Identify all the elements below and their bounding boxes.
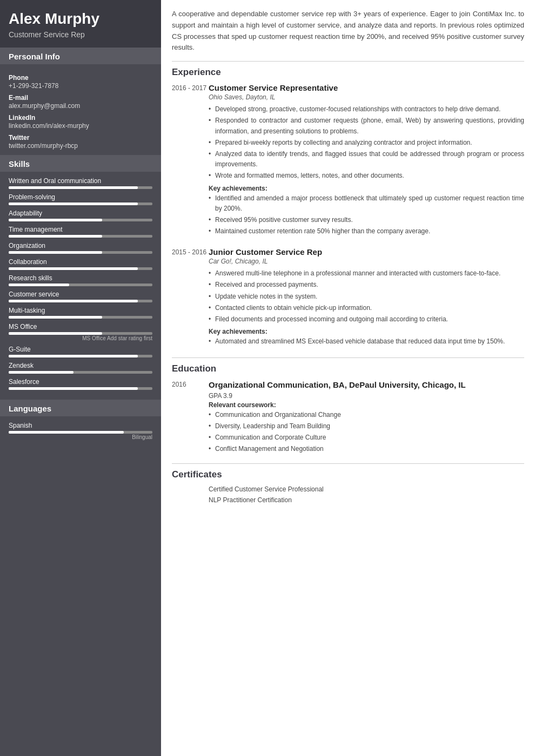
summary-text: A cooperative and dependable customer se…: [172, 9, 524, 53]
candidate-name: Alex Murphy: [9, 10, 152, 28]
experience-entry: 2015 - 2016 Junior Customer Service Rep …: [172, 247, 524, 348]
experience-section-title: Experience: [172, 67, 524, 78]
skill-name: G-Suite: [9, 346, 152, 353]
skill-bar-fill: [9, 332, 102, 335]
job-company: Car Go!, Chicago, IL: [209, 258, 524, 265]
skill-bar: [9, 219, 152, 221]
certificate-entry: NLP Practitioner Certification: [172, 496, 524, 504]
skill-item: Written and Oral communication: [9, 177, 152, 189]
languages-label: Languages: [9, 404, 152, 413]
skill-name: Organization: [9, 242, 152, 249]
skill-name: Written and Oral communication: [9, 177, 152, 185]
bullet-item: Analyzed data to identify trends, and fl…: [209, 149, 524, 170]
language-name: Spanish: [9, 422, 152, 429]
personal-info-section-header: Personal Info: [0, 48, 161, 64]
bullet-item: Contacted clients to obtain vehicle pick…: [209, 303, 524, 313]
candidate-title: Customer Service Rep: [9, 30, 152, 39]
skill-item: Collaboration: [9, 258, 152, 270]
education-container: 2016 Organizational Communication, BA, D…: [172, 380, 524, 455]
exp-date: 2016 - 2017: [172, 83, 209, 238]
exp-detail: Customer Service Representative Ohio Sav…: [209, 83, 524, 238]
bullet-item: Filed documents and processed incoming a…: [209, 314, 524, 325]
job-title: Junior Customer Service Rep: [209, 247, 524, 256]
job-bullets: Developed strong, proactive, customer-fo…: [209, 104, 524, 181]
bullet-item: Update vehicle notes in the system.: [209, 292, 524, 302]
skill-item: Customer service: [9, 291, 152, 302]
edu-gpa: GPA 3.9: [209, 392, 524, 400]
skill-item: Salesforce: [9, 378, 152, 390]
divider-experience: [172, 61, 524, 62]
phone-value: +1-299-321-7878: [9, 82, 152, 90]
skill-item: Research skills: [9, 274, 152, 286]
cert-name: NLP Practitioner Certification: [209, 496, 292, 504]
exp-date: 2015 - 2016: [172, 247, 209, 348]
skill-bar: [9, 186, 152, 189]
coursework-item: Conflict Management and Negotiation: [209, 444, 524, 454]
main-content: A cooperative and dependable customer se…: [161, 0, 535, 756]
skill-bar: [9, 300, 152, 302]
job-company: Ohio Saves, Dayton, IL: [209, 93, 524, 101]
skill-bar: [9, 251, 152, 254]
achievement-item: Automated and streamlined MS Excel-based…: [209, 336, 524, 347]
skill-bar-fill: [9, 355, 138, 357]
education-section-title: Education: [172, 363, 524, 374]
skill-name: Adaptability: [9, 210, 152, 217]
job-title: Customer Service Representative: [209, 83, 524, 92]
certificates-container: Certified Customer Service Professional …: [172, 485, 524, 504]
edu-degree: Organizational Communication, BA, DePaul…: [209, 380, 524, 390]
phone-label: Phone: [9, 74, 152, 82]
education-entry: 2016 Organizational Communication, BA, D…: [172, 380, 524, 455]
divider-education: [172, 357, 524, 358]
skill-item: MS Office MS Office Add star rating firs…: [9, 323, 152, 341]
skill-note: MS Office Add star rating first: [9, 335, 152, 341]
sidebar-header: Alex Murphy Customer Service Rep: [0, 0, 161, 48]
language-bar-fill: [9, 431, 124, 434]
bullet-item: Developed strong, proactive, customer-fo…: [209, 104, 524, 114]
bullet-item: Wrote and formatted memos, letters, note…: [209, 171, 524, 181]
language-item: Spanish Bilingual: [9, 422, 152, 440]
language-bar: [9, 431, 152, 434]
skill-bar: [9, 235, 152, 238]
skill-bar-fill: [9, 316, 102, 319]
skill-bar: [9, 332, 152, 335]
skill-bar: [9, 316, 152, 319]
skill-name: MS Office: [9, 323, 152, 330]
skill-item: Zendesk: [9, 362, 152, 374]
languages-content: Spanish Bilingual: [0, 416, 161, 449]
skill-name: Salesforce: [9, 378, 152, 386]
email-value: alex.murphy@gmail.com: [9, 102, 152, 110]
skill-bar-fill: [9, 235, 102, 238]
coursework-list: Communication and Organizational ChangeD…: [209, 410, 524, 455]
certificate-entry: Certified Customer Service Professional: [172, 485, 524, 493]
job-bullets: Answered multi-line telephone in a profe…: [209, 268, 524, 325]
achievement-item: Received 95% positive customer survey re…: [209, 215, 524, 225]
skill-name: Zendesk: [9, 362, 152, 369]
achievement-item: Maintained customer retention rate 50% h…: [209, 226, 524, 237]
divider-certificates: [172, 463, 524, 464]
coursework-item: Communication and Organizational Change: [209, 410, 524, 420]
skill-name: Time management: [9, 226, 152, 233]
achievement-item: Identified and amended a major process b…: [209, 193, 524, 214]
bullet-item: Received and processed payments.: [209, 280, 524, 290]
languages-section-header: Languages: [0, 400, 161, 416]
skill-bar: [9, 267, 152, 270]
linkedin-value: linkedin.com/in/alex-murphy: [9, 122, 152, 130]
skill-name: Customer service: [9, 291, 152, 298]
edu-detail: Organizational Communication, BA, DePaul…: [209, 380, 524, 455]
skill-bar-fill: [9, 219, 102, 221]
skills-content: Written and Oral communication Problem-s…: [0, 172, 161, 400]
skill-item: Problem-solving: [9, 193, 152, 205]
cert-name: Certified Customer Service Professional: [209, 485, 324, 493]
skill-bar-fill: [9, 371, 73, 374]
skills-section-header: Skills: [0, 155, 161, 172]
personal-info-content: Phone +1-299-321-7878 E-mail alex.murphy…: [0, 64, 161, 155]
skill-bar: [9, 387, 152, 390]
skill-bar: [9, 371, 152, 374]
twitter-value: twitter.com/murphy-rbcp: [9, 142, 152, 150]
skill-item: Adaptability: [9, 210, 152, 221]
skill-bar-fill: [9, 300, 138, 302]
achievements-label: Key achievements:: [209, 328, 524, 335]
skill-bar-fill: [9, 186, 138, 189]
job-achievements: Identified and amended a major process b…: [209, 193, 524, 237]
personal-info-label: Personal Info: [9, 52, 152, 61]
